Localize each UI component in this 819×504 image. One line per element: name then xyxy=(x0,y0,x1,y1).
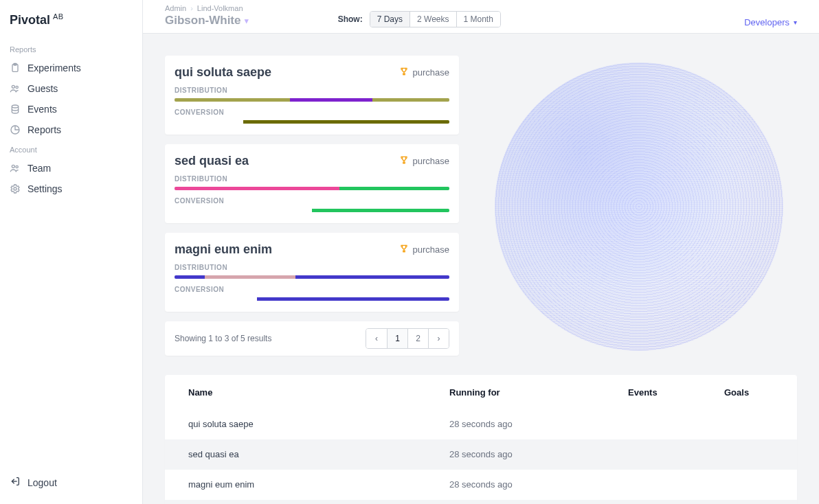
range-2weeks[interactable]: 2 Weeks xyxy=(410,12,456,27)
logout-button[interactable]: Logout xyxy=(0,468,142,496)
range-7days[interactable]: 7 Days xyxy=(370,12,410,27)
logout-label: Logout xyxy=(27,477,57,488)
trophy-icon xyxy=(399,67,409,78)
experiment-title: sed quasi ea xyxy=(175,154,249,168)
conversion-label: CONVERSION xyxy=(175,108,449,116)
table-row[interactable]: sed quasi ea 28 seconds ago xyxy=(165,439,797,470)
experiments-table: Name Running for Events Goals qui soluta… xyxy=(165,375,797,504)
cell-running: 28 seconds ago xyxy=(426,409,605,439)
goal-label: purchase xyxy=(413,156,449,166)
svg-point-2 xyxy=(12,85,14,88)
sidebar-item-experiments[interactable]: Experiments xyxy=(0,58,142,78)
sidebar-item-label: Experiments xyxy=(27,62,81,73)
caret-down-icon: ▾ xyxy=(794,19,797,26)
cell-name: qui soluta saepe xyxy=(165,409,426,439)
sidebar-item-reports[interactable]: Reports xyxy=(0,119,142,140)
caret-down-icon: ▾ xyxy=(245,16,249,25)
sidebar-item-guests[interactable]: Guests xyxy=(0,78,142,99)
range-selector: Show: 7 Days 2 Weeks 1 Month xyxy=(338,11,501,27)
gear-icon xyxy=(10,183,21,194)
cell-events xyxy=(605,500,701,505)
svg-point-6 xyxy=(12,165,14,168)
chevron-right-icon: › xyxy=(190,4,193,12)
cell-goals xyxy=(701,409,797,439)
pagination-card: Showing 1 to 3 of 5 results ‹ 1 2 › xyxy=(165,321,459,356)
users-icon xyxy=(10,83,21,94)
distribution-label: DISTRIBUTION xyxy=(175,87,449,94)
cell-running: 28 seconds ago xyxy=(426,439,605,470)
cell-events xyxy=(605,470,701,500)
breadcrumb-item[interactable]: Admin xyxy=(165,4,186,12)
pagination-page-1[interactable]: 1 xyxy=(387,329,407,348)
column-goals: Goals xyxy=(701,375,797,409)
developers-dropdown[interactable]: Developers ▾ xyxy=(744,17,797,27)
goal-pill: purchase xyxy=(399,244,449,255)
column-events: Events xyxy=(605,375,701,409)
svg-point-3 xyxy=(16,86,18,88)
users-icon xyxy=(10,163,21,174)
goal-pill: purchase xyxy=(399,67,449,78)
svg-point-7 xyxy=(16,165,18,168)
main: Admin › Lind-Volkman Gibson-White ▾ Show… xyxy=(143,0,819,504)
goal-label: purchase xyxy=(413,67,449,78)
experiment-card[interactable]: qui soluta saepe purchase DISTRIBUTION C… xyxy=(165,56,459,135)
nav-group-label-reports: Reports xyxy=(0,40,142,58)
cell-running: 28 seconds ago xyxy=(426,470,605,500)
table-row[interactable]: quia libero sed 28 seconds ago xyxy=(165,500,797,505)
brand-logo: PivotalAB xyxy=(0,12,142,40)
topbar: Admin › Lind-Volkman Gibson-White ▾ Show… xyxy=(143,0,819,34)
developers-label: Developers xyxy=(744,17,789,27)
sidebar-item-events[interactable]: Events xyxy=(0,99,142,119)
experiment-cards: qui soluta saepe purchase DISTRIBUTION C… xyxy=(165,56,459,356)
segmented-control: 7 Days 2 Weeks 1 Month xyxy=(370,11,501,27)
show-label: Show: xyxy=(338,14,363,24)
cell-events xyxy=(605,409,701,439)
svg-point-4 xyxy=(12,105,18,108)
distribution-label: DISTRIBUTION xyxy=(175,264,449,271)
pagination-page-2[interactable]: 2 xyxy=(407,329,428,348)
content: qui soluta saepe purchase DISTRIBUTION C… xyxy=(143,34,819,504)
brand-name: Pivotal xyxy=(10,13,50,27)
range-1month[interactable]: 1 Month xyxy=(456,12,500,27)
conversion-bar xyxy=(175,209,449,212)
breadcrumb: Admin › Lind-Volkman xyxy=(165,4,249,12)
conversion-label: CONVERSION xyxy=(175,286,449,293)
pagination-summary: Showing 1 to 3 of 5 results xyxy=(175,334,271,343)
page-title-dropdown[interactable]: Gibson-White ▾ xyxy=(165,14,249,27)
sidebar-item-settings[interactable]: Settings xyxy=(0,179,142,199)
pagination-prev[interactable]: ‹ xyxy=(366,329,387,348)
goal-pill: purchase xyxy=(399,155,449,167)
cell-events xyxy=(605,439,701,470)
table-row[interactable]: magni eum enim 28 seconds ago xyxy=(165,470,797,500)
cell-name: magni eum enim xyxy=(165,470,426,500)
database-icon xyxy=(10,104,21,115)
distribution-bar xyxy=(175,98,449,102)
cell-running: 28 seconds ago xyxy=(426,500,605,505)
goal-label: purchase xyxy=(413,244,449,255)
distribution-bar xyxy=(175,275,449,279)
table-header-row: Name Running for Events Goals xyxy=(165,375,797,409)
conversion-label: CONVERSION xyxy=(175,197,449,205)
sidebar-item-label: Guests xyxy=(27,83,58,94)
cell-goals xyxy=(701,439,797,470)
cell-name: sed quasi ea xyxy=(165,439,426,470)
sidebar-item-team[interactable]: Team xyxy=(0,158,142,179)
distribution-label: DISTRIBUTION xyxy=(175,175,449,183)
breadcrumb-item[interactable]: Lind-Volkman xyxy=(197,4,243,12)
chart-icon xyxy=(10,124,21,135)
trophy-icon xyxy=(399,244,409,255)
experiment-title: qui soluta saepe xyxy=(175,65,271,80)
logout-icon xyxy=(10,476,21,489)
sidebar: PivotalAB Reports Experiments Guests Eve… xyxy=(0,0,143,504)
cell-name: quia libero sed xyxy=(165,500,426,505)
table-row[interactable]: qui soluta saepe 28 seconds ago xyxy=(165,409,797,439)
column-name: Name xyxy=(165,375,426,409)
trophy-icon xyxy=(399,155,409,167)
page-title: Gibson-White xyxy=(165,14,240,27)
column-running-for: Running for xyxy=(426,375,605,409)
experiment-card[interactable]: magni eum enim purchase DISTRIBUTION CON… xyxy=(165,233,459,312)
experiment-card[interactable]: sed quasi ea purchase DISTRIBUTION CONVE… xyxy=(165,144,459,223)
pagination: ‹ 1 2 › xyxy=(366,328,449,349)
conversion-bar xyxy=(175,297,449,301)
pagination-next[interactable]: › xyxy=(428,329,449,348)
